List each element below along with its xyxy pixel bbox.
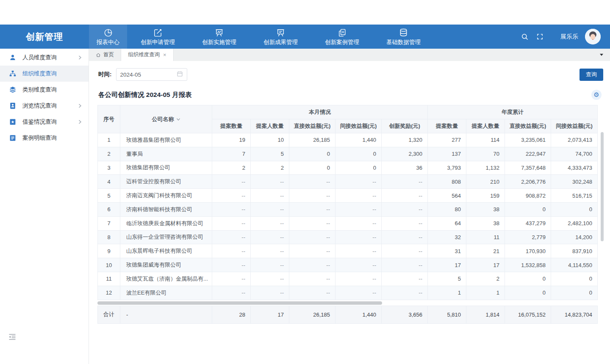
table-cell: -- [382,230,428,244]
col-header: 直接效益额(元) [505,119,551,133]
doc-detail-icon [9,135,17,141]
table-cell: 302,248 [551,175,598,189]
col-group-month: 本月情况 [212,105,428,119]
table-cell: -- [251,216,289,230]
table-cell: -- [336,286,382,300]
fullscreen-icon[interactable] [536,33,543,40]
table-cell: -- [212,286,251,300]
table-cell: 17 [428,258,466,272]
table-cell: -- [212,202,251,216]
sidebar-item-org-query[interactable]: 组织维度查询 [0,66,89,82]
sidebar-item-label: 案例明细查询 [22,134,57,142]
table-cell: -- [336,258,382,272]
table-cell: 4 [98,175,120,189]
table-cell: 36 [382,161,428,175]
sidebar-item-label: 借鉴情况查询 [22,118,57,126]
sidebar-item-reference-query[interactable]: 借鉴情况查询 [0,114,89,130]
table-cell: 2,779 [505,230,551,244]
table-row: 10玫德集团威海有限公司----------17171,532,8584,114… [98,258,598,272]
total-cell: 3,656 [382,306,428,323]
nav-innovation-implement[interactable]: 创新实施管理 [192,25,246,49]
table-cell: 2,073,413 [551,133,598,147]
table-cell: 1 [98,133,120,147]
table-row: 12波兰EE有限公司----------1100 [98,286,598,300]
nav-innovation-results[interactable]: 创新成果管理 [254,25,308,49]
table-cell: 2 [251,161,289,175]
time-filter-label: 时间: [98,71,112,78]
nav-innovation-cases[interactable]: 创新案例管理 [315,25,369,49]
table-cell: 38 [466,202,505,216]
total-cell: 5,810 [428,306,466,323]
sidebar-item-category-query[interactable]: 类别维度查询 [0,82,89,98]
table-cell: -- [289,258,336,272]
content-column: 首页 组织维度查询 × 时间: 2024-05 [89,49,610,364]
table-cell: 210 [466,175,505,189]
table-cell: 董事局 [120,147,212,161]
close-icon[interactable]: × [163,52,166,58]
nav-innovation-apply[interactable]: 创新申请管理 [131,25,185,49]
total-cell: 17 [251,306,289,323]
tab-org-query[interactable]: 组织维度查询 × [121,49,174,61]
table-cell: 0 [505,286,551,300]
sidebar-item-label: 浏览情况查询 [22,102,57,110]
table-cell: -- [382,258,428,272]
query-button[interactable]: 查询 [580,69,603,81]
table-cell: 8 [98,230,120,244]
table-row: 3玫德集团有限公司2200363,7931,1327,357,6484,333,… [98,161,598,175]
table-cell: 3,235,061 [505,133,551,147]
table-row: 8山东得一企业管理咨询有限公司----------32112,77914,200 [98,230,598,244]
nav-base-data[interactable]: 基础数据管理 [377,25,430,49]
presentation-chart-icon [214,28,224,38]
tab-dropdown-caret[interactable] [593,49,610,61]
col-header: 提案数量 [212,119,251,133]
table-cell: 12 [98,286,120,300]
table-cell: -- [336,230,382,244]
horizontal-scrollbar[interactable] [97,301,597,305]
search-icon[interactable] [521,33,529,41]
table-cell: 2,300 [382,147,428,161]
total-cell: 16,075,152 [505,306,551,323]
table-cell: -- [289,216,336,230]
table-cell: -- [382,202,428,216]
username[interactable]: 展乐乐 [560,33,578,41]
table-cell: 908,872 [505,189,551,203]
chevron-right-icon [78,119,82,124]
table-cell: 0 [336,161,382,175]
table-cell: 5 [251,147,289,161]
avatar[interactable] [585,29,601,44]
table-cell: 玫德集团有限公司 [120,161,212,175]
tab-home[interactable]: 首页 [89,49,121,61]
table-cell: -- [251,272,289,286]
col-header-company[interactable]: 公司名称 [120,105,212,133]
table-cell: 0 [551,202,598,216]
sidebar-collapse-icon[interactable] [8,334,16,342]
table-row: 7临沂玫德庚辰金属材料有限公司----------6438437,2792,48… [98,216,598,230]
table-cell: 277 [428,133,466,147]
table-row: 9山东晨晖电子科技有限公司----------3121170,930837,91… [98,244,598,258]
horizontal-scrollbar-thumb[interactable] [97,301,382,305]
table-cell: 516,715 [551,189,598,203]
sidebar-item-case-detail-query[interactable]: 案例明细查询 [0,130,89,146]
calendar-icon [177,71,183,79]
table-cell: -- [336,272,382,286]
sidebar-item-person-query[interactable]: 人员维度查询 [0,50,89,66]
table-cell: 2 [212,161,251,175]
table-cell: 1,320 [382,133,428,147]
caret-down-icon [600,54,603,56]
table-cell: 7 [98,216,120,230]
date-input[interactable]: 2024-05 [116,68,187,81]
gear-icon[interactable]: ⚙ [591,90,602,100]
sidebar-item-browse-query[interactable]: 浏览情况查询 [0,98,89,114]
table-cell: -- [382,272,428,286]
tab-label: 组织维度查询 [128,51,160,58]
vertical-scrollbar-thumb[interactable] [601,132,604,241]
nav-report-center[interactable]: 报表中心 [89,25,127,49]
table-cell: 玫德集团威海有限公司 [120,258,212,272]
table-cell: 4,333,473 [551,161,598,175]
col-header: 提案数量 [428,119,466,133]
table-cell: 64 [428,216,466,230]
table-cell: 1,532,858 [505,258,551,272]
documents-icon [337,28,347,38]
table-row: 6济南科德智能科技有限公司----------803800 [98,202,598,216]
table-cell: -- [289,175,336,189]
